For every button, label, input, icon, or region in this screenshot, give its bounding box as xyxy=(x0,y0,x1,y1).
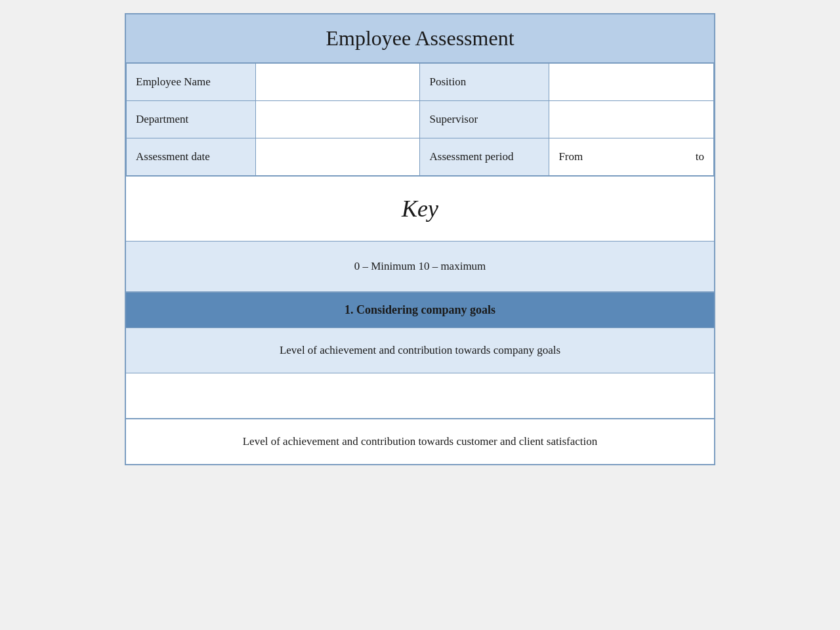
position-value[interactable] xyxy=(549,64,714,101)
supervisor-label: Supervisor xyxy=(420,101,549,138)
scale-row: 0 – Minimum 10 – maximum xyxy=(126,242,714,293)
section-1-description-1: Level of achievement and contribution to… xyxy=(126,328,714,373)
assessment-period-label: Assessment period xyxy=(420,138,549,177)
assessment-period-value: From to xyxy=(549,138,714,177)
table-row: Assessment date Assessment period From t… xyxy=(127,138,714,177)
section-1-desc-text-2: Level of achievement and contribution to… xyxy=(243,435,598,448)
info-table: Employee Name Position Department Superv… xyxy=(126,64,714,177)
employee-name-value[interactable] xyxy=(255,64,420,101)
section-1-title: 1. Considering company goals xyxy=(345,303,495,316)
assessment-date-value[interactable] xyxy=(255,138,420,177)
table-row: Department Supervisor xyxy=(127,101,714,138)
department-value[interactable] xyxy=(255,101,420,138)
to-label: to xyxy=(696,150,704,163)
form-container: Employee Assessment Employee Name Positi… xyxy=(125,13,715,465)
position-label: Position xyxy=(420,64,549,101)
assessment-date-label: Assessment date xyxy=(127,138,256,177)
employee-name-label: Employee Name xyxy=(127,64,256,101)
from-label: From xyxy=(558,150,583,163)
section-1-value-area[interactable] xyxy=(126,373,714,419)
section-1-desc-text-1: Level of achievement and contribution to… xyxy=(280,344,560,356)
title-row: Employee Assessment xyxy=(126,14,714,64)
section-1-header: 1. Considering company goals xyxy=(126,293,714,328)
key-section: Key xyxy=(126,177,714,242)
section-1-description-2: Level of achievement and contribution to… xyxy=(126,419,714,464)
key-title: Key xyxy=(133,195,707,222)
form-title: Employee Assessment xyxy=(133,26,707,51)
scale-text: 0 – Minimum 10 – maximum xyxy=(354,260,486,272)
supervisor-value[interactable] xyxy=(549,101,714,138)
table-row: Employee Name Position xyxy=(127,64,714,101)
department-label: Department xyxy=(127,101,256,138)
